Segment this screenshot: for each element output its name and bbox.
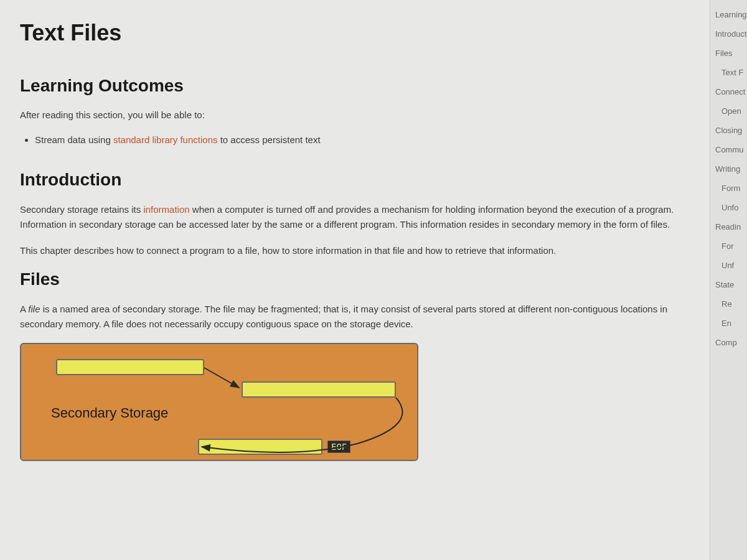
sidebar-nav: Learning Introduct Files Text F Connect … xyxy=(710,0,747,560)
sidebar-item-reading[interactable]: Readin xyxy=(710,217,747,236)
bullet-text-prefix: Stream data using xyxy=(35,134,113,145)
sidebar-item-closing[interactable]: Closing xyxy=(710,121,747,140)
main-content: Text Files Learning Outcomes After readi… xyxy=(0,0,710,560)
sidebar-item-communication[interactable]: Commu xyxy=(710,140,747,159)
files-heading: Files xyxy=(20,269,695,289)
sidebar-item-introduction[interactable]: Introduct xyxy=(710,24,747,44)
sidebar-item-open[interactable]: Open xyxy=(710,101,747,121)
sidebar-item-connect[interactable]: Connect xyxy=(710,82,747,101)
information-link[interactable]: information xyxy=(143,204,189,215)
learning-outcomes-list: Stream data using standard library funct… xyxy=(35,133,695,147)
list-item: Stream data using standard library funct… xyxy=(35,133,695,147)
secondary-storage-diagram: Secondary Storage EOF xyxy=(20,343,418,461)
sidebar-item-writing[interactable]: Writing xyxy=(710,159,747,179)
file-fragment-block xyxy=(56,359,204,375)
files-para: A file is a named area of secondary stor… xyxy=(20,302,695,332)
bullet-text-suffix: to access persistent text xyxy=(218,134,321,145)
para-text: A xyxy=(20,304,28,314)
para-text: is a named area of secondary storage. Th… xyxy=(20,304,667,329)
eof-label: EOF xyxy=(327,441,350,453)
sidebar-item-rewind[interactable]: Re xyxy=(710,294,747,314)
sidebar-item-formatted2[interactable]: For xyxy=(710,236,747,256)
para-text: Secondary storage retains its xyxy=(20,204,143,215)
sidebar-item-unformatted[interactable]: Unfo xyxy=(710,198,747,217)
sidebar-item-unformatted2[interactable]: Unf xyxy=(710,256,747,275)
sidebar-item-comparison[interactable]: Comp xyxy=(710,333,747,352)
page-title: Text Files xyxy=(20,20,695,46)
learning-outcomes-intro: After reading this section, you will be … xyxy=(20,108,695,123)
sidebar-item-end[interactable]: En xyxy=(710,314,747,333)
sidebar-item-state[interactable]: State xyxy=(710,275,747,294)
diagram-label: Secondary Storage xyxy=(51,405,168,421)
sidebar-item-text-files[interactable]: Text F xyxy=(710,63,747,82)
introduction-heading: Introduction xyxy=(20,170,695,190)
svg-line-1 xyxy=(204,368,239,388)
learning-outcomes-heading: Learning Outcomes xyxy=(20,76,695,96)
sidebar-item-learning[interactable]: Learning xyxy=(710,5,747,24)
file-fragment-block xyxy=(198,439,322,455)
file-fragment-block xyxy=(242,381,396,398)
sidebar-item-formatted[interactable]: Form xyxy=(710,179,747,198)
introduction-para2: This chapter describes how to connect a … xyxy=(20,243,695,258)
sidebar-item-files[interactable]: Files xyxy=(710,44,747,63)
introduction-para1: Secondary storage retains its informatio… xyxy=(20,202,695,232)
file-term: file xyxy=(28,304,40,314)
standard-library-link[interactable]: standard library functions xyxy=(113,134,218,145)
